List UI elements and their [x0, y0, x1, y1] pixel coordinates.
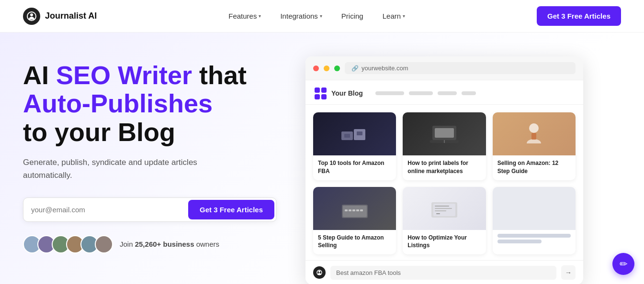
card-image	[313, 112, 396, 155]
nav-line	[375, 91, 404, 95]
card-image	[313, 187, 396, 230]
hero-title: AI SEO Writer that Auto-Publishes to you…	[23, 61, 286, 146]
bottom-logo-icon	[313, 266, 326, 279]
card-body: Selling on Amazon: 12 Step Guide	[493, 155, 576, 180]
svg-rect-20	[433, 204, 455, 216]
nav-links: Features ▾ Integrations ▾ Pricing Learn …	[221, 8, 413, 24]
blog-title: Your Blog	[331, 89, 363, 97]
card-body: Top 10 tools for Amazon FBA	[313, 155, 396, 180]
card-body	[493, 230, 576, 248]
card-image	[403, 187, 486, 230]
svg-rect-23	[435, 210, 446, 211]
blog-logo	[314, 87, 327, 99]
url-bar: 🔗 yourwebsite.com	[345, 62, 576, 74]
blog-card[interactable]: How to print labels for online marketpla…	[403, 112, 486, 180]
card-body: How to print labels for online marketpla…	[403, 155, 486, 180]
svg-rect-22	[435, 208, 452, 209]
svg-rect-24	[436, 213, 440, 214]
link-icon: 🔗	[351, 65, 359, 72]
card-body: How to Optimize Your Listings	[403, 230, 486, 255]
chevron-down-icon: ▾	[320, 13, 322, 19]
browser-dot-close	[313, 66, 319, 71]
blog-nav-lines	[375, 91, 476, 95]
svg-rect-17	[356, 209, 359, 211]
placeholder-line	[497, 240, 542, 243]
nav-line	[438, 91, 457, 95]
card-image	[493, 187, 576, 230]
browser-dot-maximize	[334, 66, 340, 71]
card-title: How to print labels for online marketpla…	[407, 159, 481, 175]
social-suffix: business	[161, 240, 194, 248]
navbar: Journalist AI Features ▾ Integrations ▾ …	[0, 0, 644, 33]
nav-features[interactable]: Features ▾	[221, 8, 269, 24]
blog-header: Your Blog	[305, 80, 583, 105]
nav-pricing[interactable]: Pricing	[334, 8, 371, 24]
social-proof: Join 25,260+ business owners	[23, 235, 286, 253]
navbar-cta-button[interactable]: Get 3 Free Articles	[537, 6, 621, 26]
social-proof-text: Join 25,260+ business owners	[120, 240, 219, 248]
svg-rect-15	[349, 209, 351, 211]
hero-title-auto: Auto-Publishes	[23, 89, 213, 118]
blog-grid: Top 10 tools for Amazon FBA Ho	[305, 105, 583, 260]
card-body: 5 Step Guide to Amazon Selling	[313, 230, 396, 255]
hero-subtitle: Generate, publish, syndicate and update …	[23, 156, 224, 182]
email-field[interactable]	[31, 201, 188, 218]
blog-card[interactable]: 5 Step Guide to Amazon Selling	[313, 187, 396, 255]
svg-rect-21	[435, 206, 449, 207]
hero-left: AI SEO Writer that Auto-Publishes to you…	[23, 56, 286, 253]
svg-rect-14	[345, 209, 348, 211]
card-image	[493, 112, 576, 155]
browser-mock: 🔗 yourwebsite.com Your Blog	[305, 56, 583, 284]
placeholder-line	[497, 234, 571, 238]
card-title: Top 10 tools for Amazon FBA	[318, 159, 391, 175]
email-input-row: Get 3 Free Articles	[23, 197, 277, 222]
svg-rect-5	[357, 131, 362, 135]
svg-point-10	[529, 123, 539, 133]
svg-rect-7	[435, 128, 454, 138]
chat-icon: ✏	[620, 258, 628, 270]
browser-bar: 🔗 yourwebsite.com	[305, 56, 583, 80]
logo-text: Journalist AI	[45, 11, 97, 21]
svg-point-26	[318, 271, 320, 273]
avatars-group	[23, 235, 113, 253]
hero-title-purple: SEO Writer	[56, 61, 192, 89]
blog-card[interactable]: Top 10 tools for Amazon FBA	[313, 112, 396, 180]
hero-section: AI SEO Writer that Auto-Publishes to you…	[0, 33, 644, 284]
nav-line	[462, 91, 476, 95]
chat-bubble-button[interactable]: ✏	[612, 253, 634, 275]
avatar	[95, 235, 113, 253]
logo-link[interactable]: Journalist AI	[23, 8, 97, 25]
url-text: yourwebsite.com	[362, 65, 408, 72]
blog-card[interactable]	[493, 187, 576, 255]
card-title: Selling on Amazon: 12 Step Guide	[497, 159, 571, 175]
svg-point-1	[30, 13, 33, 16]
browser-dot-minimize	[324, 66, 329, 71]
card-image	[403, 112, 486, 155]
svg-rect-16	[352, 209, 355, 211]
nav-integrations[interactable]: Integrations ▾	[272, 8, 329, 24]
card-title: 5 Step Guide to Amazon Selling	[318, 234, 391, 250]
card-title: How to Optimize Your Listings	[407, 234, 481, 250]
svg-rect-4	[344, 134, 350, 138]
svg-rect-11	[531, 133, 536, 140]
nav-line	[409, 91, 433, 95]
chevron-down-icon: ▾	[403, 13, 405, 19]
browser-bottom-bar: →	[305, 260, 583, 284]
blog-card[interactable]: Selling on Amazon: 12 Step Guide	[493, 112, 576, 180]
blog-card[interactable]: How to Optimize Your Listings	[403, 187, 486, 255]
social-count: 25,260+	[135, 240, 161, 248]
chevron-down-icon: ▾	[259, 13, 261, 19]
send-button[interactable]: →	[561, 265, 576, 280]
nav-learn[interactable]: Learn ▾	[375, 8, 413, 24]
ai-query-input[interactable]	[330, 266, 556, 280]
svg-rect-18	[360, 209, 363, 211]
hero-cta-button[interactable]: Get 3 Free Articles	[188, 200, 274, 219]
browser-mockup-container: 🔗 yourwebsite.com Your Blog	[286, 56, 621, 284]
logo-icon	[23, 8, 40, 25]
placeholder-lines	[497, 234, 571, 243]
